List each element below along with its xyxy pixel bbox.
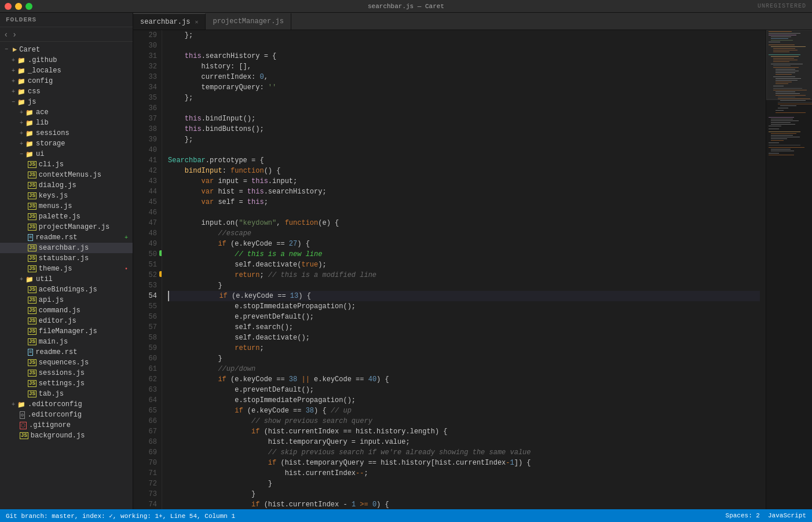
code-line-42: bindInput: function() {: [168, 166, 760, 176]
sidebar-item-templates[interactable]: + 📁 .editorconfig: [0, 399, 133, 410]
folders-label: FOLDERS: [6, 16, 36, 23]
sidebar-item-storage[interactable]: + 📁 storage: [0, 138, 133, 149]
sidebar-item-js[interactable]: − 📁 js: [0, 97, 133, 107]
tab-projectManager-label: projectManager.js: [213, 17, 283, 25]
code-line-68: hist.temporaryQuery = input.value;: [168, 437, 760, 447]
sidebar-item-background[interactable]: JS background.js: [0, 430, 133, 441]
sidebar-item-sequences[interactable]: JS sequences.js: [0, 357, 133, 368]
minimap-svg: [766, 30, 812, 509]
close-button[interactable]: [5, 3, 12, 10]
sidebar-item-caret[interactable]: − ▶ Caret: [0, 44, 133, 55]
sidebar-item-keys[interactable]: JS keys.js: [0, 191, 133, 201]
sidebar-item-util[interactable]: + 📁 util: [0, 274, 133, 284]
line-num-50: 50: [133, 249, 157, 260]
sidebar-item-settings[interactable]: JS settings.js: [0, 378, 133, 389]
svg-rect-60: [769, 147, 804, 148]
line-num-35: 35: [133, 93, 157, 103]
code-line-58: self.deactivate();: [168, 333, 760, 343]
code-line-36: [168, 103, 760, 114]
maximize-button[interactable]: [25, 3, 32, 10]
sidebar-item-editorconfig[interactable]: ⚙ .editorconfig: [0, 410, 133, 420]
tab-searchbar-close[interactable]: ✕: [195, 19, 198, 25]
sidebar-item-gitignore[interactable]: ⬡ .gitignore: [0, 420, 133, 430]
line-num-61: 61: [133, 364, 157, 374]
code-line-64: e.stopImmediatePropagation();: [168, 395, 760, 406]
line-num-66: 66: [133, 416, 157, 426]
nav-back-button[interactable]: ‹: [3, 30, 9, 39]
code-line-59: return;: [168, 343, 760, 353]
code-line-39: };: [168, 134, 760, 145]
svg-rect-51: [769, 129, 779, 129]
tab-searchbar[interactable]: searchbar.js ✕: [133, 13, 206, 30]
sidebar-item-editor[interactable]: JS editor.js: [0, 316, 133, 326]
sidebar-item-github[interactable]: + 📁 .github: [0, 55, 133, 65]
code-line-37: this.bindInput();: [168, 114, 760, 124]
code-editor[interactable]: }; this.searchHistory = { history: [], c…: [162, 30, 766, 509]
sidebar-item-contextMenus[interactable]: JS contextMenus.js: [0, 170, 133, 180]
sidebar-item-dialog[interactable]: JS dialog.js: [0, 180, 133, 191]
window-title: searchbar.js — Caret: [368, 3, 444, 10]
line-num-44: 44: [133, 187, 157, 197]
nav-forward-button[interactable]: ›: [12, 30, 17, 39]
line-num-51: 51: [133, 260, 157, 270]
line-num-60: 60: [133, 353, 157, 364]
sidebar-item-main[interactable]: JS main.js: [0, 337, 133, 347]
line-num-42: 42: [133, 166, 157, 176]
sidebar-item-lib[interactable]: + 📁 lib: [0, 118, 133, 128]
line-num-56: 56: [133, 312, 157, 322]
sidebar-item-ui[interactable]: − 📁 ui: [0, 149, 133, 159]
code-line-45: var self = this;: [168, 197, 760, 207]
code-line-54: if (e.keyCode == 13) {: [168, 291, 760, 301]
svg-rect-59: [769, 145, 800, 145]
sidebar-item-css[interactable]: + 📁 css: [0, 86, 133, 97]
code-line-71: hist.currentIndex--;: [168, 468, 760, 479]
sidebar-item-fileManager[interactable]: JS fileManager.js: [0, 326, 133, 337]
sidebar-item-config[interactable]: + 📁 config: [0, 76, 133, 86]
sidebar-item-theme[interactable]: JS theme.js •: [0, 264, 133, 274]
sidebar-item-aceBindings[interactable]: JS aceBindings.js: [0, 284, 133, 295]
line-num-30: 30: [133, 41, 157, 51]
svg-rect-46: [771, 119, 793, 119]
tab-bar: searchbar.js ✕ projectManager.js: [133, 13, 812, 30]
line-numbers: 29 30 31 32 33 34 35 36 37 38 39 40 41 4…: [133, 30, 162, 509]
sidebar-item-api[interactable]: JS api.js: [0, 295, 133, 305]
code-line-67: if (hist.currentIndex == hist.history.le…: [168, 426, 760, 437]
sidebar-item-sessions[interactable]: + 📁 sessions: [0, 128, 133, 138]
sidebar-item-sessions-js[interactable]: JS sessions.js: [0, 368, 133, 378]
sidebar-item-ace[interactable]: + 📁 ace: [0, 107, 133, 118]
code-line-44: var hist = this.searchHistory;: [168, 187, 760, 197]
code-line-70: if (hist.temporaryQuery == hist.history[…: [168, 458, 760, 468]
minimize-button[interactable]: [15, 3, 22, 10]
sidebar-item-readme-rst[interactable]: ≡ readme.rst +: [0, 232, 133, 243]
code-line-48: //escape: [168, 228, 760, 239]
sidebar-item-readme2[interactable]: ≡ readme.rst: [0, 347, 133, 357]
tab-projectManager[interactable]: projectManager.js: [206, 13, 291, 30]
sidebar-item-command[interactable]: JS command.js: [0, 305, 133, 316]
svg-rect-56: [771, 138, 787, 139]
svg-rect-44: [776, 112, 806, 113]
line-num-57: 57: [133, 322, 157, 333]
sidebar-item-locales[interactable]: + 📁 _locales: [0, 65, 133, 76]
line-num-70: 70: [133, 458, 157, 468]
line-num-68: 68: [133, 437, 157, 447]
code-line-61: //up/down: [168, 364, 760, 374]
line-num-58: 58: [133, 333, 157, 343]
sidebar-item-palette[interactable]: JS palette.js: [0, 211, 133, 222]
sidebar: FOLDERS ‹ › − ▶ Caret + 📁 .github + 📁: [0, 13, 133, 509]
sidebar-item-statusbar[interactable]: JS statusbar.js: [0, 253, 133, 264]
line-num-32: 32: [133, 61, 157, 72]
sidebar-item-cli[interactable]: JS cli.js: [0, 159, 133, 170]
svg-rect-48: [771, 122, 791, 123]
line-num-71: 71: [133, 468, 157, 479]
code-line-38: this.bindButtons();: [168, 124, 760, 134]
line-num-53: 53: [133, 280, 157, 291]
line-num-62: 62: [133, 374, 157, 385]
sidebar-item-projectManager[interactable]: JS projectManager.js: [0, 222, 133, 232]
sidebar-item-searchbar[interactable]: JS searchbar.js: [0, 243, 133, 253]
code-container: 29 30 31 32 33 34 35 36 37 38 39 40 41 4…: [133, 30, 812, 509]
sidebar-item-menus[interactable]: JS menus.js: [0, 201, 133, 211]
svg-rect-57: [771, 140, 784, 141]
sidebar-item-tab[interactable]: JS tab.js: [0, 389, 133, 399]
svg-rect-40: [778, 104, 812, 104]
line-num-47: 47: [133, 218, 157, 228]
